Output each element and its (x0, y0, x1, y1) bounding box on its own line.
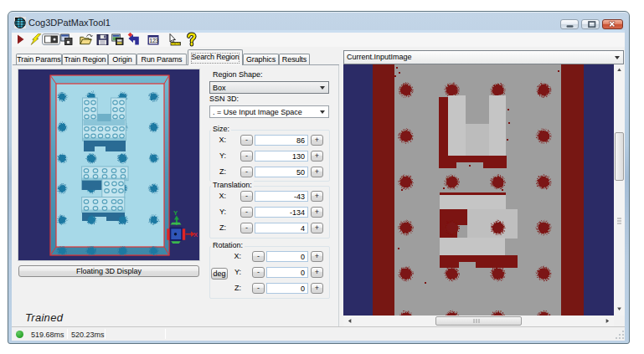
svg-text:Y: Y (173, 209, 178, 217)
svg-text:X: X (193, 231, 198, 239)
svg-text:123: 123 (149, 38, 158, 44)
